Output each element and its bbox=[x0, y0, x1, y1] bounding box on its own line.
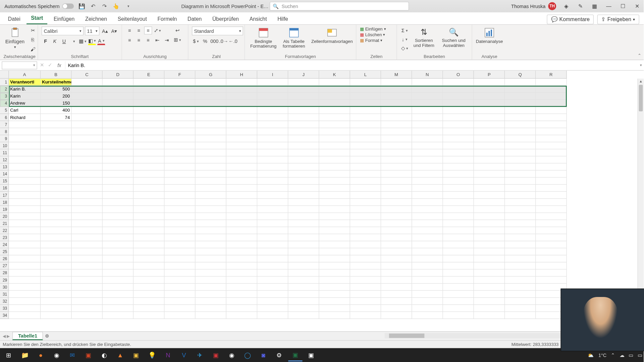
cell-L19[interactable] bbox=[350, 206, 381, 213]
fx-icon[interactable]: fx bbox=[54, 62, 65, 68]
cell-O1[interactable] bbox=[443, 79, 474, 86]
cell-J3[interactable] bbox=[288, 93, 319, 100]
cell-E28[interactable] bbox=[133, 269, 164, 277]
row-header-9[interactable]: 9 bbox=[0, 135, 9, 142]
obs-icon[interactable]: ◉ bbox=[225, 349, 239, 361]
cell-K28[interactable] bbox=[319, 269, 350, 277]
column-header-P[interactable]: P bbox=[474, 71, 505, 79]
cell-C30[interactable] bbox=[72, 284, 103, 291]
cell-R12[interactable] bbox=[536, 157, 567, 164]
cell-Q15[interactable] bbox=[505, 178, 536, 185]
cell-E16[interactable] bbox=[133, 185, 164, 192]
cell-N19[interactable] bbox=[412, 206, 443, 213]
cell-N11[interactable] bbox=[412, 149, 443, 156]
cell-A26[interactable] bbox=[9, 255, 41, 262]
cell-O8[interactable] bbox=[443, 128, 474, 135]
cell-B22[interactable] bbox=[41, 227, 71, 234]
cell-E18[interactable] bbox=[133, 199, 164, 206]
cell-N33[interactable] bbox=[412, 305, 443, 312]
cell-Q12[interactable] bbox=[505, 157, 536, 164]
cell-H32[interactable] bbox=[226, 298, 257, 305]
cell-L33[interactable] bbox=[350, 305, 381, 312]
cell-K23[interactable] bbox=[319, 234, 350, 241]
cell-P21[interactable] bbox=[474, 220, 505, 227]
cell-F7[interactable] bbox=[164, 121, 195, 128]
cell-M12[interactable] bbox=[381, 157, 412, 164]
redo-icon[interactable]: ↷ bbox=[101, 3, 108, 10]
cell-I12[interactable] bbox=[257, 157, 288, 164]
cell-H18[interactable] bbox=[226, 199, 257, 206]
cell-G1[interactable] bbox=[196, 79, 226, 86]
column-header-L[interactable]: L bbox=[350, 71, 381, 79]
cell-Q21[interactable] bbox=[505, 220, 536, 227]
cell-N4[interactable] bbox=[412, 100, 443, 107]
italic-button[interactable]: K bbox=[51, 37, 59, 45]
cell-P8[interactable] bbox=[474, 128, 505, 135]
delete-cells-button[interactable]: ▦Löschen▾ bbox=[360, 32, 386, 37]
cell-I21[interactable] bbox=[257, 220, 288, 227]
cell-R19[interactable] bbox=[536, 206, 567, 213]
bold-button[interactable]: F bbox=[42, 37, 50, 45]
cell-K16[interactable] bbox=[319, 185, 350, 192]
cell-D6[interactable] bbox=[103, 114, 133, 121]
formula-input[interactable]: Karin B. bbox=[65, 61, 638, 69]
cell-A20[interactable] bbox=[9, 213, 41, 220]
cell-P13[interactable] bbox=[474, 164, 505, 171]
cell-F10[interactable] bbox=[164, 142, 195, 149]
underline-dropdown-icon[interactable] bbox=[69, 37, 77, 45]
cell-E25[interactable] bbox=[133, 248, 164, 255]
cell-G28[interactable] bbox=[196, 269, 226, 277]
cell-C26[interactable] bbox=[72, 255, 103, 262]
cell-M11[interactable] bbox=[381, 149, 412, 156]
cell-F30[interactable] bbox=[164, 284, 195, 291]
cell-G26[interactable] bbox=[196, 255, 226, 262]
cell-N27[interactable] bbox=[412, 262, 443, 269]
cell-N1[interactable] bbox=[412, 79, 443, 86]
tab-ansicht[interactable]: Ansicht bbox=[245, 13, 271, 24]
column-header-A[interactable]: A bbox=[9, 71, 41, 79]
cell-A4[interactable]: Andrew bbox=[9, 100, 41, 107]
cell-E26[interactable] bbox=[133, 255, 164, 262]
cell-G7[interactable] bbox=[196, 121, 226, 128]
cell-F3[interactable] bbox=[164, 93, 195, 100]
cell-H12[interactable] bbox=[226, 157, 257, 164]
cell-G8[interactable] bbox=[196, 128, 226, 135]
cell-A5[interactable]: Carl bbox=[9, 107, 41, 114]
cell-G15[interactable] bbox=[196, 178, 226, 185]
cell-N18[interactable] bbox=[412, 199, 443, 206]
cell-A23[interactable] bbox=[9, 234, 41, 241]
cell-I8[interactable] bbox=[257, 128, 288, 135]
cell-Q17[interactable] bbox=[505, 192, 536, 199]
cell-G21[interactable] bbox=[196, 220, 226, 227]
cell-P28[interactable] bbox=[474, 269, 505, 277]
cell-O9[interactable] bbox=[443, 135, 474, 142]
cell-E33[interactable] bbox=[133, 305, 164, 312]
cell-C21[interactable] bbox=[72, 220, 103, 227]
cell-Q30[interactable] bbox=[505, 284, 536, 291]
cell-I11[interactable] bbox=[257, 149, 288, 156]
cell-Q8[interactable] bbox=[505, 128, 536, 135]
cell-K17[interactable] bbox=[319, 192, 350, 199]
cell-R17[interactable] bbox=[536, 192, 567, 199]
row-header-13[interactable]: 13 bbox=[0, 164, 9, 171]
column-header-K[interactable]: K bbox=[319, 71, 350, 79]
search-box[interactable]: 🔍 Suchen bbox=[270, 2, 409, 10]
cell-D34[interactable] bbox=[103, 312, 133, 319]
cell-G3[interactable] bbox=[196, 93, 226, 100]
cell-E10[interactable] bbox=[133, 142, 164, 149]
cell-I30[interactable] bbox=[257, 284, 288, 291]
align-bottom-icon[interactable]: ≡ bbox=[144, 26, 152, 35]
cell-H30[interactable] bbox=[226, 284, 257, 291]
cell-A7[interactable] bbox=[9, 121, 41, 128]
cell-C3[interactable] bbox=[72, 93, 103, 100]
file-explorer-icon[interactable]: 📁 bbox=[18, 349, 32, 361]
row-header-17[interactable]: 17 bbox=[0, 192, 9, 199]
cell-H11[interactable] bbox=[226, 149, 257, 156]
cell-C1[interactable] bbox=[72, 79, 103, 86]
cell-N15[interactable] bbox=[412, 178, 443, 185]
cell-O28[interactable] bbox=[443, 269, 474, 277]
cell-R26[interactable] bbox=[536, 255, 567, 262]
cell-O14[interactable] bbox=[443, 171, 474, 178]
cell-D13[interactable] bbox=[103, 164, 133, 171]
cell-Q10[interactable] bbox=[505, 142, 536, 149]
